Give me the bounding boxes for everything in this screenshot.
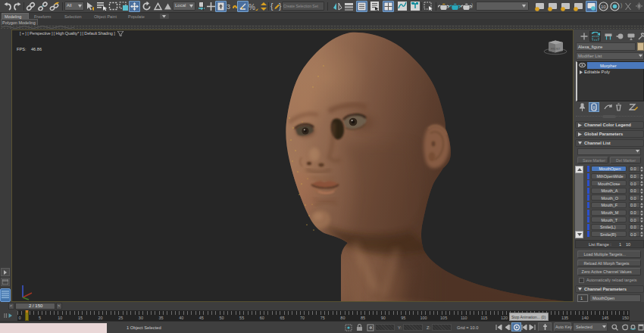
svg-text:50: 50 <box>219 316 224 320</box>
svg-text:25: 25 <box>118 316 123 320</box>
svg-text:45: 45 <box>199 316 204 320</box>
svg-text:110: 110 <box>461 316 467 320</box>
svg-text:30: 30 <box>139 316 143 320</box>
svg-text:75: 75 <box>320 316 325 320</box>
svg-text:60: 60 <box>260 316 264 320</box>
svg-text:FRONT: FRONT <box>551 48 561 51</box>
svg-text:10: 10 <box>601 5 606 9</box>
svg-text:5: 5 <box>39 316 41 320</box>
svg-text:105: 105 <box>440 316 447 320</box>
svg-text:35: 35 <box>158 316 163 320</box>
svg-text:40: 40 <box>179 316 183 320</box>
svg-text:80: 80 <box>340 316 345 320</box>
svg-text:3: 3 <box>227 3 230 11</box>
svg-text:90: 90 <box>381 316 386 320</box>
svg-text:85: 85 <box>361 316 365 320</box>
svg-text:70: 70 <box>300 316 305 320</box>
svg-text:55: 55 <box>239 316 244 320</box>
svg-text:95: 95 <box>401 316 405 320</box>
svg-text:120: 120 <box>501 316 508 320</box>
svg-text:10: 10 <box>58 316 62 320</box>
svg-text:20: 20 <box>98 316 103 320</box>
svg-text:140: 140 <box>582 316 589 320</box>
svg-text:0: 0 <box>18 316 20 320</box>
svg-text:150: 150 <box>622 316 629 320</box>
svg-text:100: 100 <box>420 316 427 320</box>
svg-text:135: 135 <box>561 316 568 320</box>
svg-text:145: 145 <box>602 316 608 320</box>
svg-text:65: 65 <box>280 316 284 320</box>
svg-text:{: { <box>270 2 274 11</box>
svg-text:115: 115 <box>481 316 488 320</box>
svg-text:%: % <box>249 3 255 11</box>
svg-text:15: 15 <box>78 316 83 320</box>
